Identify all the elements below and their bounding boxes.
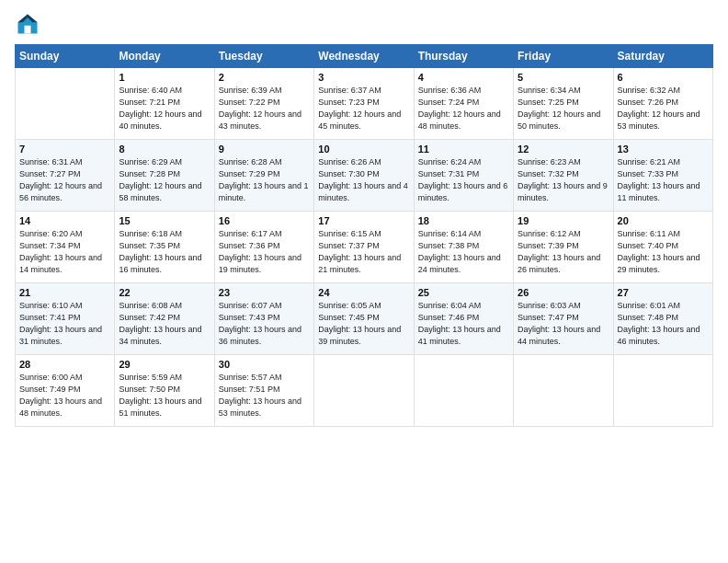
header-cell-sunday: Sunday bbox=[16, 45, 115, 68]
day-cell: 10Sunrise: 6:26 AMSunset: 7:30 PMDayligh… bbox=[314, 140, 414, 212]
day-number: 5 bbox=[518, 72, 609, 83]
svg-rect-2 bbox=[25, 26, 31, 34]
day-cell: 30Sunrise: 5:57 AMSunset: 7:51 PMDayligh… bbox=[214, 355, 313, 427]
day-number: 15 bbox=[119, 215, 210, 226]
day-info: Sunrise: 5:57 AMSunset: 7:51 PMDaylight:… bbox=[219, 372, 310, 419]
header-cell-thursday: Thursday bbox=[414, 45, 513, 68]
header bbox=[15, 11, 713, 37]
day-info: Sunrise: 6:29 AMSunset: 7:28 PMDaylight:… bbox=[119, 156, 210, 204]
day-cell bbox=[414, 355, 513, 427]
day-info: Sunrise: 6:17 AMSunset: 7:36 PMDaylight:… bbox=[219, 228, 310, 276]
day-cell: 12Sunrise: 6:23 AMSunset: 7:32 PMDayligh… bbox=[514, 140, 613, 212]
logo-icon bbox=[15, 11, 40, 37]
day-number: 19 bbox=[518, 215, 609, 226]
day-number: 30 bbox=[219, 359, 310, 370]
day-number: 2 bbox=[219, 72, 310, 83]
day-info: Sunrise: 6:11 AMSunset: 7:40 PMDaylight:… bbox=[618, 228, 709, 276]
calendar-body: 1Sunrise: 6:40 AMSunset: 7:21 PMDaylight… bbox=[16, 68, 713, 427]
day-cell: 5Sunrise: 6:34 AMSunset: 7:25 PMDaylight… bbox=[514, 68, 613, 140]
day-number: 16 bbox=[219, 215, 310, 226]
day-info: Sunrise: 6:31 AMSunset: 7:27 PMDaylight:… bbox=[19, 156, 110, 204]
day-cell: 13Sunrise: 6:21 AMSunset: 7:33 PMDayligh… bbox=[613, 140, 712, 212]
day-cell: 23Sunrise: 6:07 AMSunset: 7:43 PMDayligh… bbox=[214, 283, 313, 355]
calendar-header: SundayMondayTuesdayWednesdayThursdayFrid… bbox=[16, 45, 713, 68]
day-number: 18 bbox=[418, 215, 509, 226]
day-info: Sunrise: 6:15 AMSunset: 7:37 PMDaylight:… bbox=[318, 228, 409, 276]
day-cell: 19Sunrise: 6:12 AMSunset: 7:39 PMDayligh… bbox=[514, 212, 613, 283]
day-number: 11 bbox=[418, 144, 509, 155]
day-cell: 2Sunrise: 6:39 AMSunset: 7:22 PMDaylight… bbox=[214, 68, 313, 140]
day-info: Sunrise: 6:28 AMSunset: 7:29 PMDaylight:… bbox=[219, 156, 310, 204]
day-cell: 18Sunrise: 6:14 AMSunset: 7:38 PMDayligh… bbox=[414, 212, 513, 283]
day-cell: 6Sunrise: 6:32 AMSunset: 7:26 PMDaylight… bbox=[613, 68, 712, 140]
day-number: 4 bbox=[418, 72, 509, 83]
day-info: Sunrise: 6:00 AMSunset: 7:49 PMDaylight:… bbox=[19, 372, 110, 419]
day-info: Sunrise: 5:59 AMSunset: 7:50 PMDaylight:… bbox=[119, 372, 210, 419]
day-number: 8 bbox=[119, 144, 210, 155]
day-cell: 22Sunrise: 6:08 AMSunset: 7:42 PMDayligh… bbox=[115, 283, 214, 355]
day-info: Sunrise: 6:23 AMSunset: 7:32 PMDaylight:… bbox=[518, 156, 609, 204]
header-cell-friday: Friday bbox=[514, 45, 613, 68]
header-cell-tuesday: Tuesday bbox=[214, 45, 313, 68]
day-number: 28 bbox=[19, 359, 110, 370]
day-cell: 25Sunrise: 6:04 AMSunset: 7:46 PMDayligh… bbox=[414, 283, 513, 355]
day-cell: 16Sunrise: 6:17 AMSunset: 7:36 PMDayligh… bbox=[214, 212, 313, 283]
day-info: Sunrise: 6:24 AMSunset: 7:31 PMDaylight:… bbox=[418, 156, 509, 204]
day-info: Sunrise: 6:34 AMSunset: 7:25 PMDaylight:… bbox=[518, 85, 609, 132]
day-number: 21 bbox=[19, 287, 110, 298]
day-number: 9 bbox=[219, 144, 310, 155]
day-cell: 20Sunrise: 6:11 AMSunset: 7:40 PMDayligh… bbox=[613, 212, 712, 283]
header-cell-monday: Monday bbox=[115, 45, 214, 68]
week-row-3: 14Sunrise: 6:20 AMSunset: 7:34 PMDayligh… bbox=[16, 212, 713, 283]
day-cell: 28Sunrise: 6:00 AMSunset: 7:49 PMDayligh… bbox=[16, 355, 115, 427]
day-number: 3 bbox=[318, 72, 409, 83]
header-row: SundayMondayTuesdayWednesdayThursdayFrid… bbox=[16, 45, 713, 68]
day-cell: 27Sunrise: 6:01 AMSunset: 7:48 PMDayligh… bbox=[613, 283, 712, 355]
day-info: Sunrise: 6:40 AMSunset: 7:21 PMDaylight:… bbox=[119, 85, 210, 132]
day-info: Sunrise: 6:36 AMSunset: 7:24 PMDaylight:… bbox=[418, 85, 509, 132]
day-cell: 14Sunrise: 6:20 AMSunset: 7:34 PMDayligh… bbox=[16, 212, 115, 283]
day-cell: 4Sunrise: 6:36 AMSunset: 7:24 PMDaylight… bbox=[414, 68, 513, 140]
day-cell: 26Sunrise: 6:03 AMSunset: 7:47 PMDayligh… bbox=[514, 283, 613, 355]
day-info: Sunrise: 6:21 AMSunset: 7:33 PMDaylight:… bbox=[618, 156, 709, 204]
logo bbox=[15, 11, 44, 37]
day-cell: 7Sunrise: 6:31 AMSunset: 7:27 PMDaylight… bbox=[16, 140, 115, 212]
day-number: 24 bbox=[318, 287, 409, 298]
day-info: Sunrise: 6:26 AMSunset: 7:30 PMDaylight:… bbox=[318, 156, 409, 204]
day-cell bbox=[16, 68, 115, 140]
day-number: 23 bbox=[219, 287, 310, 298]
day-number: 25 bbox=[418, 287, 509, 298]
day-info: Sunrise: 6:03 AMSunset: 7:47 PMDaylight:… bbox=[518, 300, 609, 348]
day-info: Sunrise: 6:14 AMSunset: 7:38 PMDaylight:… bbox=[418, 228, 509, 276]
day-cell: 17Sunrise: 6:15 AMSunset: 7:37 PMDayligh… bbox=[314, 212, 414, 283]
day-info: Sunrise: 6:39 AMSunset: 7:22 PMDaylight:… bbox=[219, 85, 310, 132]
day-cell bbox=[314, 355, 414, 427]
day-cell bbox=[613, 355, 712, 427]
day-info: Sunrise: 6:18 AMSunset: 7:35 PMDaylight:… bbox=[119, 228, 210, 276]
calendar-table: SundayMondayTuesdayWednesdayThursdayFrid… bbox=[15, 44, 713, 427]
day-number: 7 bbox=[19, 144, 110, 155]
day-info: Sunrise: 6:01 AMSunset: 7:48 PMDaylight:… bbox=[618, 300, 709, 348]
day-info: Sunrise: 6:12 AMSunset: 7:39 PMDaylight:… bbox=[518, 228, 609, 276]
day-number: 29 bbox=[119, 359, 210, 370]
day-info: Sunrise: 6:20 AMSunset: 7:34 PMDaylight:… bbox=[19, 228, 110, 276]
week-row-1: 1Sunrise: 6:40 AMSunset: 7:21 PMDaylight… bbox=[16, 68, 713, 140]
day-info: Sunrise: 6:08 AMSunset: 7:42 PMDaylight:… bbox=[119, 300, 210, 348]
day-number: 17 bbox=[318, 215, 409, 226]
day-number: 26 bbox=[518, 287, 609, 298]
day-info: Sunrise: 6:07 AMSunset: 7:43 PMDaylight:… bbox=[219, 300, 310, 348]
day-info: Sunrise: 6:37 AMSunset: 7:23 PMDaylight:… bbox=[318, 85, 409, 132]
day-number: 27 bbox=[618, 287, 709, 298]
header-cell-saturday: Saturday bbox=[613, 45, 712, 68]
day-cell: 3Sunrise: 6:37 AMSunset: 7:23 PMDaylight… bbox=[314, 68, 414, 140]
day-info: Sunrise: 6:04 AMSunset: 7:46 PMDaylight:… bbox=[418, 300, 509, 348]
day-number: 13 bbox=[618, 144, 709, 155]
day-number: 6 bbox=[618, 72, 709, 83]
day-cell: 24Sunrise: 6:05 AMSunset: 7:45 PMDayligh… bbox=[314, 283, 414, 355]
day-number: 12 bbox=[518, 144, 609, 155]
day-cell: 8Sunrise: 6:29 AMSunset: 7:28 PMDaylight… bbox=[115, 140, 214, 212]
day-cell: 1Sunrise: 6:40 AMSunset: 7:21 PMDaylight… bbox=[115, 68, 214, 140]
day-info: Sunrise: 6:10 AMSunset: 7:41 PMDaylight:… bbox=[19, 300, 110, 348]
day-number: 10 bbox=[318, 144, 409, 155]
day-cell bbox=[514, 355, 613, 427]
